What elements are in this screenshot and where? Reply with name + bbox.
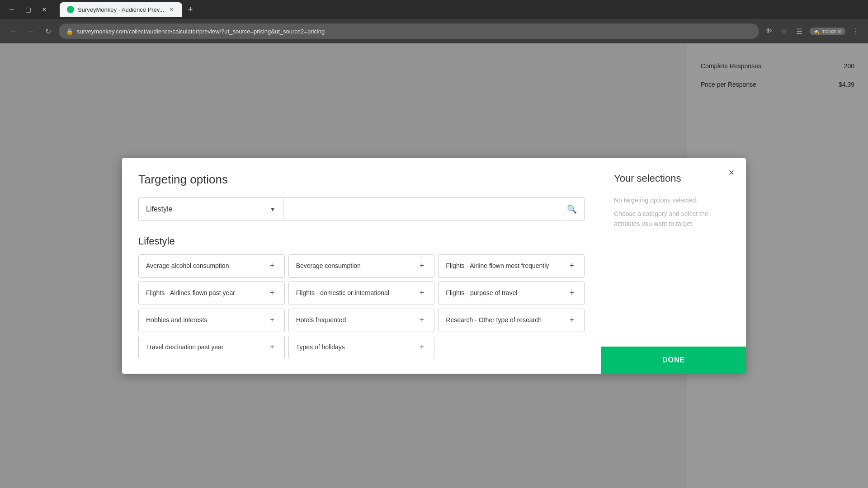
filter-row: Lifestyle ▼ 🔍 xyxy=(138,197,585,221)
option-flights-airlines[interactable]: Flights - Airlines flown past year + xyxy=(138,282,285,305)
option-beverage[interactable]: Beverage consumption + xyxy=(288,254,435,278)
search-bar: 🔍 xyxy=(283,198,584,221)
category-dropdown[interactable]: Lifestyle ▼ xyxy=(139,198,283,221)
option-flights-airline-freq-label: Flights - Airline flown most frequently xyxy=(446,262,567,270)
dropdown-selected-value: Lifestyle xyxy=(146,205,173,213)
option-research-other-plus-icon: + xyxy=(567,315,577,325)
option-flights-airline-freq-plus-icon: + xyxy=(567,261,577,271)
modal-title: Targeting options xyxy=(138,173,585,187)
option-hobbies-plus-icon: + xyxy=(267,315,277,325)
option-avg-alcohol-plus-icon: + xyxy=(267,261,277,271)
option-flights-airline-freq[interactable]: Flights - Airline flown most frequently … xyxy=(438,254,585,278)
choose-text: Choose a category and select the attribu… xyxy=(614,209,733,229)
address-bar[interactable]: 🔒 surveymonkey.com/collect/audience/calc… xyxy=(59,23,759,39)
option-avg-alcohol-label: Average alcohol consumption xyxy=(146,262,267,270)
tab-title: SurveyMonkey - Audience Prev... xyxy=(78,6,164,13)
option-avg-alcohol[interactable]: Average alcohol consumption + xyxy=(138,254,285,278)
tab-favicon xyxy=(67,6,74,13)
no-selections-text: No targeting options selected. xyxy=(614,195,733,205)
browser-titlebar: ─ ▢ ✕ SurveyMonkey - Audience Prev... ✕ … xyxy=(0,0,868,19)
url-text: surveymonkey.com/collect/audience/calcul… xyxy=(77,28,325,35)
option-hotels-plus-icon: + xyxy=(417,315,427,325)
reload-button[interactable]: ↻ xyxy=(42,25,54,38)
option-research-other-label: Research - Other type of research xyxy=(446,316,567,324)
option-types-holidays-label: Types of holidays xyxy=(296,343,417,351)
browser-toolbar: 👁 ☆ ☰ 🕵 Incognito ⋮ xyxy=(764,26,861,36)
option-flights-domestic-label: Flights - domestic or international xyxy=(296,289,417,297)
close-window-button[interactable]: ✕ xyxy=(38,3,51,16)
option-beverage-plus-icon: + xyxy=(417,261,427,271)
modal-main-content: Targeting options × Lifestyle ▼ 🔍 Lifest… xyxy=(122,158,601,374)
page-background: Complete Responses 200 Price per Respons… xyxy=(0,43,868,488)
address-bar-row: ← → ↻ 🔒 surveymonkey.com/collect/audienc… xyxy=(0,19,868,43)
incognito-icon: 🕵 xyxy=(813,28,820,34)
option-flights-airlines-label: Flights - Airlines flown past year xyxy=(146,289,267,297)
options-grid: Average alcohol consumption + Flights - … xyxy=(138,254,585,359)
option-flights-domestic[interactable]: Flights - domestic or international + xyxy=(288,282,435,305)
bookmark-icon[interactable]: ☆ xyxy=(779,26,789,36)
option-research-other[interactable]: Research - Other type of research + xyxy=(438,309,585,332)
incognito-badge: 🕵 Incognito xyxy=(810,28,845,35)
option-flights-purpose-plus-icon: + xyxy=(567,288,577,298)
search-button[interactable]: 🔍 xyxy=(567,204,577,214)
option-flights-domestic-plus-icon: + xyxy=(417,288,427,298)
option-types-holidays-plus-icon: + xyxy=(417,343,427,352)
option-travel-dest-plus-icon: + xyxy=(267,343,277,352)
option-types-holidays[interactable]: Types of holidays + xyxy=(288,336,435,359)
sidebar-title: Your selections xyxy=(614,173,733,184)
option-flights-purpose-label: Flights - purpose of travel xyxy=(446,289,567,297)
minimize-button[interactable]: ─ xyxy=(5,3,18,16)
section-title: Lifestyle xyxy=(138,235,585,247)
lock-icon: 🔒 xyxy=(66,28,73,35)
done-button[interactable]: DONE xyxy=(601,347,746,374)
eye-slash-icon: 👁 xyxy=(764,26,774,36)
option-hobbies[interactable]: Hobbies and interests + xyxy=(138,309,285,332)
option-hotels-label: Hotels frequented xyxy=(296,316,417,324)
more-options-icon[interactable]: ⋮ xyxy=(851,26,861,36)
option-hotels[interactable]: Hotels frequented + xyxy=(288,309,435,332)
forward-button[interactable]: → xyxy=(24,25,37,38)
new-tab-button[interactable]: + xyxy=(184,3,197,16)
tab-bar: SurveyMonkey - Audience Prev... ✕ + xyxy=(54,1,202,18)
dropdown-arrow-icon: ▼ xyxy=(269,206,276,213)
option-travel-dest[interactable]: Travel destination past year + xyxy=(138,336,285,359)
tab-close-button[interactable]: ✕ xyxy=(168,6,175,13)
option-travel-dest-label: Travel destination past year xyxy=(146,343,267,351)
targeting-options-modal: Targeting options × Lifestyle ▼ 🔍 Lifest… xyxy=(122,158,746,374)
browser-chrome: ─ ▢ ✕ SurveyMonkey - Audience Prev... ✕ … xyxy=(0,0,868,43)
browser-window-controls: ─ ▢ ✕ xyxy=(5,3,51,16)
maximize-button[interactable]: ▢ xyxy=(22,3,34,16)
modal-sidebar: Your selections No targeting options sel… xyxy=(601,158,746,374)
active-tab[interactable]: SurveyMonkey - Audience Prev... ✕ xyxy=(60,2,182,17)
option-flights-airlines-plus-icon: + xyxy=(267,288,277,298)
modal-overlay: Targeting options × Lifestyle ▼ 🔍 Lifest… xyxy=(0,43,868,488)
option-beverage-label: Beverage consumption xyxy=(296,262,417,270)
option-hobbies-label: Hobbies and interests xyxy=(146,316,267,324)
back-button[interactable]: ← xyxy=(7,25,20,38)
option-flights-purpose[interactable]: Flights - purpose of travel + xyxy=(438,282,585,305)
incognito-label: Incognito xyxy=(821,28,842,34)
profile-icon[interactable]: ☰ xyxy=(794,26,804,36)
